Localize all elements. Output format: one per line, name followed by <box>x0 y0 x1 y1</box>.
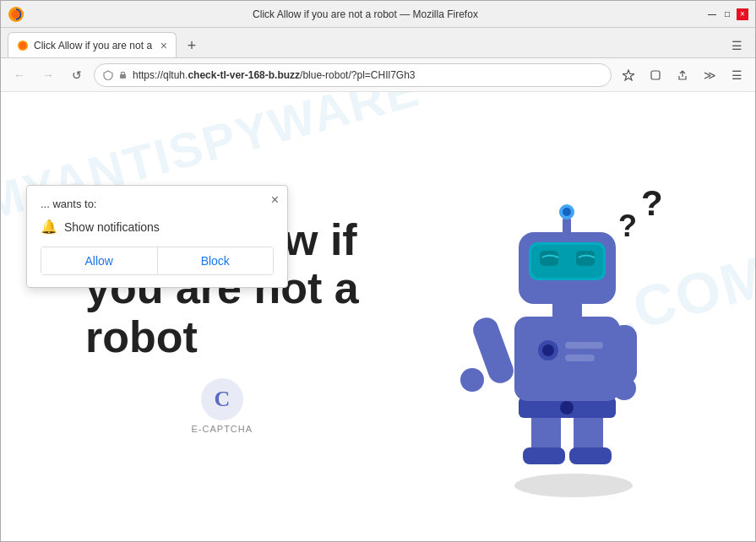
url-text: https://qltuh.check-tl-ver-168-b.buzz/bl… <box>133 69 416 81</box>
popup-wants-text: ... wants to: <box>41 198 274 210</box>
svg-rect-6 <box>651 71 660 79</box>
svg-rect-11 <box>569 447 612 464</box>
nav-bar: ← → ↺ https://qltuh.check-tl-ver-168-b.b… <box>1 58 755 92</box>
close-button[interactable]: × <box>737 8 748 20</box>
svg-rect-29 <box>563 217 571 236</box>
window-title: Click Allow if you are not a robot — Moz… <box>24 8 706 20</box>
popup-buttons: Allow Block <box>41 247 274 275</box>
browser-window: Click Allow if you are not a robot — Moz… <box>0 0 756 542</box>
bell-icon: 🔔 <box>41 219 57 235</box>
minimize-button[interactable]: — <box>706 8 718 20</box>
svg-point-20 <box>460 368 484 392</box>
svg-point-31 <box>563 208 571 216</box>
block-button[interactable]: Block <box>158 247 274 274</box>
svg-point-22 <box>612 377 636 400</box>
tab-menu-button[interactable]: ☰ <box>725 34 748 57</box>
active-tab[interactable]: Click Allow if you are not a × <box>8 32 177 57</box>
svg-point-3 <box>19 42 26 49</box>
shield-icon <box>103 70 113 80</box>
lock-icon <box>118 70 128 79</box>
svg-text:?: ? <box>641 183 663 223</box>
back-icon: ← <box>14 68 25 82</box>
tab-favicon-icon <box>17 40 29 51</box>
tab-title: Click Allow if you are not a <box>34 40 155 51</box>
svg-rect-28 <box>576 251 595 266</box>
forward-icon: → <box>42 68 54 82</box>
svg-rect-17 <box>565 342 603 349</box>
pocket-button[interactable] <box>644 63 667 87</box>
svg-rect-21 <box>612 325 637 384</box>
captcha-logo: C <box>201 378 243 420</box>
pocket-icon <box>650 69 661 81</box>
back-button[interactable]: ← <box>8 63 31 87</box>
popup-notification-text: Show notifications <box>64 220 160 234</box>
notification-popup: × ... wants to: 🔔 Show notifications All… <box>26 185 288 288</box>
page-content: MYANTISPYWARE .COM Click Allow if you ar… <box>1 92 755 541</box>
menu-button[interactable]: ☰ <box>725 63 748 87</box>
title-bar-left <box>8 6 24 23</box>
captcha-box: C E-CAPTCHA <box>85 378 359 434</box>
svg-rect-27 <box>540 251 558 266</box>
nav-right-buttons: ≫ ☰ <box>617 63 748 87</box>
svg-text:?: ? <box>618 209 637 243</box>
tab-close-button[interactable]: × <box>160 39 167 52</box>
extensions-button[interactable]: ≫ <box>698 63 721 87</box>
address-bar[interactable]: https://qltuh.check-tl-ver-168-b.buzz/bl… <box>94 63 612 87</box>
bookmark-button[interactable] <box>617 63 640 87</box>
robot-svg: ? ? <box>434 148 704 502</box>
svg-rect-10 <box>523 447 565 464</box>
page-body: Click Allow if you are not a robot C E-C… <box>1 92 755 541</box>
forward-button[interactable]: → <box>36 63 60 87</box>
svg-point-13 <box>560 401 574 415</box>
svg-point-16 <box>542 344 554 356</box>
allow-button[interactable]: Allow <box>41 247 158 274</box>
maximize-button[interactable]: □ <box>721 8 733 20</box>
svg-rect-4 <box>120 74 126 79</box>
popup-close-button[interactable]: × <box>271 192 279 208</box>
title-bar-controls: — □ × <box>706 8 748 20</box>
captcha-label: E-CAPTCHA <box>192 424 253 434</box>
share-button[interactable] <box>671 63 694 87</box>
svg-point-7 <box>514 474 633 497</box>
share-icon <box>677 69 688 81</box>
reload-button[interactable]: ↺ <box>65 63 89 87</box>
svg-rect-18 <box>565 355 595 361</box>
robot-illustration: ? ? <box>434 148 704 502</box>
reload-icon: ↺ <box>72 68 82 82</box>
popup-notification-row: 🔔 Show notifications <box>41 219 274 235</box>
new-tab-button[interactable]: + <box>180 34 204 57</box>
firefox-logo-icon <box>8 6 24 23</box>
url-domain: check-tl-ver-168-b.buzz <box>188 69 300 81</box>
svg-marker-5 <box>623 70 634 80</box>
star-icon <box>623 69 634 81</box>
title-bar: Click Allow if you are not a robot — Moz… <box>1 1 755 28</box>
tab-bar: Click Allow if you are not a × + ☰ <box>1 28 755 58</box>
